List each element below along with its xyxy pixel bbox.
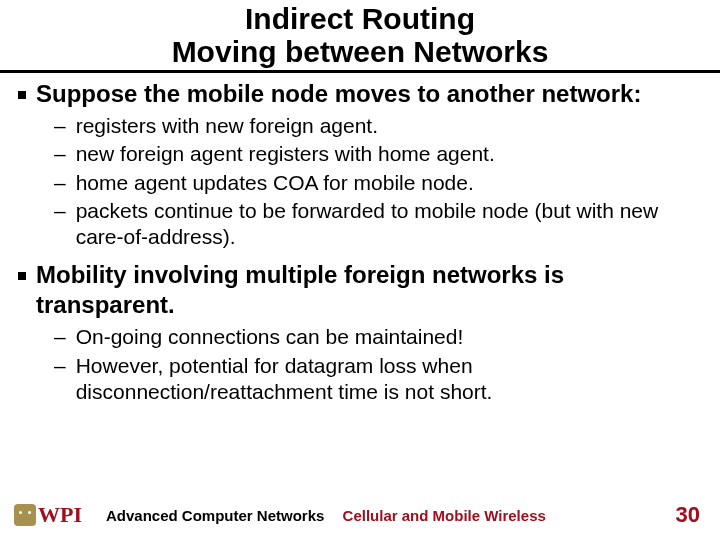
slide-content: Suppose the mobile node moves to another…	[0, 73, 720, 405]
sub-bullet-text: home agent updates COA for mobile node.	[76, 170, 474, 196]
slide-title: Indirect Routing Moving between Networks	[0, 0, 720, 73]
bullet-item: Suppose the mobile node moves to another…	[18, 79, 702, 109]
sub-bullet-list: – registers with new foreign agent. – ne…	[54, 113, 702, 250]
logo-text: WPI	[38, 502, 82, 528]
mascot-icon	[14, 504, 36, 526]
dash-bullet-icon: –	[54, 198, 66, 224]
dash-bullet-icon: –	[54, 141, 66, 167]
sub-bullet-item: – packets continue to be forwarded to mo…	[54, 198, 702, 251]
bullet-item: Mobility involving multiple foreign netw…	[18, 260, 702, 320]
footer-text: Advanced Computer Networks Cellular and …	[106, 507, 676, 524]
wpi-logo: WPI	[14, 502, 82, 528]
title-line-2: Moving between Networks	[0, 35, 720, 68]
bullet-text: Suppose the mobile node moves to another…	[36, 79, 641, 109]
topic-name: Cellular and Mobile Wireless	[343, 507, 546, 524]
dash-bullet-icon: –	[54, 113, 66, 139]
square-bullet-icon	[18, 91, 26, 99]
sub-bullet-item: – On-going connections can be maintained…	[54, 324, 702, 350]
sub-bullet-item: – registers with new foreign agent.	[54, 113, 702, 139]
page-number: 30	[676, 502, 700, 528]
sub-bullet-item: – home agent updates COA for mobile node…	[54, 170, 702, 196]
course-name: Advanced Computer Networks	[106, 507, 324, 524]
sub-bullet-list: – On-going connections can be maintained…	[54, 324, 702, 405]
slide-footer: WPI Advanced Computer Networks Cellular …	[0, 502, 720, 528]
dash-bullet-icon: –	[54, 170, 66, 196]
sub-bullet-item: – new foreign agent registers with home …	[54, 141, 702, 167]
sub-bullet-text: packets continue to be forwarded to mobi…	[76, 198, 702, 251]
bullet-text: Mobility involving multiple foreign netw…	[36, 260, 702, 320]
dash-bullet-icon: –	[54, 353, 66, 379]
sub-bullet-item: – However, potential for datagram loss w…	[54, 353, 702, 406]
square-bullet-icon	[18, 272, 26, 280]
sub-bullet-text: However, potential for datagram loss whe…	[76, 353, 702, 406]
title-line-1: Indirect Routing	[0, 2, 720, 35]
sub-bullet-text: registers with new foreign agent.	[76, 113, 378, 139]
sub-bullet-text: On-going connections can be maintained!	[76, 324, 464, 350]
sub-bullet-text: new foreign agent registers with home ag…	[76, 141, 495, 167]
dash-bullet-icon: –	[54, 324, 66, 350]
